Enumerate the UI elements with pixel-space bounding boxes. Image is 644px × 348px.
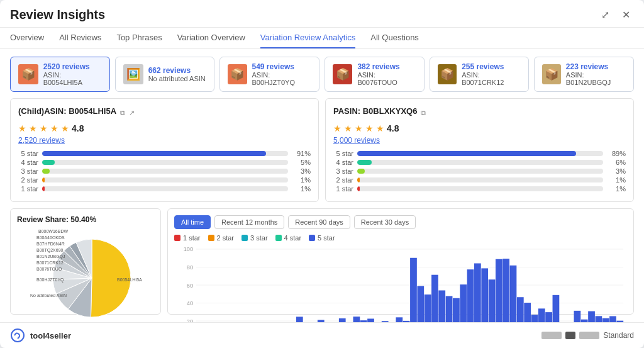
bar-segment (496, 259, 502, 322)
tab-all-reviews[interactable]: All Reviews (59, 28, 101, 48)
legend-1star-dot (174, 235, 180, 241)
asin-card-6-reviews: 223 reviews (566, 62, 626, 71)
bar-row-1star: 1 star 1% (333, 185, 626, 193)
chart-panel: All time Recent 12 months Recent 90 days… (167, 208, 634, 315)
r-star2: ★ (344, 123, 352, 133)
bar-label: 5 star (18, 150, 38, 157)
bar-segment (545, 312, 552, 322)
asin-card-4-reviews: 382 reviews (357, 62, 416, 71)
bar-row-5star: 5 star 91% (18, 150, 311, 157)
asin-card-1-asin: ASIN: B0054LHI5A (43, 71, 102, 86)
bar-label: 1 star (18, 185, 38, 193)
tab-variation-overview[interactable]: Variation Overview (177, 28, 245, 48)
bar-fill (357, 160, 372, 165)
bar-bg (357, 160, 603, 165)
bar-segment (296, 317, 303, 322)
footer-block-3 (579, 332, 599, 339)
bar-pct: 6% (607, 159, 626, 166)
asin-card-2[interactable]: 🖼️ 662 reviews No attributed ASIN (115, 57, 215, 92)
bar-fill (357, 177, 360, 182)
right-review-link[interactable]: 5,000 reviews (333, 136, 626, 145)
asin-card-4-info: 382 reviews ASIN: B0076TOUO (357, 62, 416, 86)
asin-card-6-asin: ASIN: B01N2UBGQJ (566, 71, 626, 86)
expand-icon: ⤢ (601, 9, 609, 20)
asin-card-4[interactable]: 📦 382 reviews ASIN: B0076TOUO (325, 57, 425, 92)
bar-bg (357, 177, 603, 182)
titlebar: Review Insights ⤢ ✕ (0, 0, 644, 28)
asin-card-1-img: 📦 (18, 64, 38, 84)
asin-card-6[interactable]: 📦 223 reviews ASIN: B01N2UBGQJ (534, 57, 634, 92)
svg-text:80: 80 (187, 264, 193, 271)
pie-label: B000W16BDW (38, 229, 68, 233)
ext-icon-left[interactable]: ↗ (129, 109, 135, 117)
bar-segment (538, 308, 545, 322)
bar-segment (609, 316, 616, 322)
bar-label: 2 star (18, 176, 38, 184)
r-star5: ★ (376, 123, 384, 133)
bar-pct: 3% (292, 167, 311, 175)
bar-segment (502, 259, 509, 322)
copy-icon-left[interactable]: ⧉ (120, 109, 125, 117)
copy-icon-right[interactable]: ⧉ (421, 109, 426, 117)
chart-legend: 1 star 2 star 3 star 4 star (174, 234, 627, 242)
legend-1star-label: 1 star (183, 234, 201, 242)
window-title: Review Insights (10, 8, 105, 22)
asin-card-6-img: 📦 (542, 64, 560, 84)
main-content: 📦 2520 reviews ASIN: B0054LHI5A 🖼️ 662 r… (0, 49, 644, 322)
legend-1star: 1 star (174, 234, 201, 242)
tab-top-phrases[interactable]: Top Phrases (116, 28, 162, 48)
asin-card-1[interactable]: 📦 2520 reviews ASIN: B0054LHI5A (10, 57, 110, 92)
tab-variation-review-analytics[interactable]: Variation Review Analytics (260, 28, 356, 48)
bar-segment (588, 312, 595, 322)
bar-segment (367, 318, 374, 322)
bar-row-3star: 3 star 3% (333, 167, 626, 175)
close-button[interactable]: ✕ (618, 8, 634, 22)
bar-segment (360, 320, 367, 322)
pie-label: B00TQ2X690 (36, 248, 64, 253)
bar-segment (531, 315, 538, 322)
pie-label: B0071CRK12 (36, 261, 64, 265)
asin-card-1-info: 2520 reviews ASIN: B0054LHI5A (43, 62, 102, 86)
chart-controls: All time Recent 12 months Recent 90 days… (174, 215, 627, 229)
pie-label: B00HJZT0YQ (36, 278, 64, 283)
bar-label: 2 star (333, 176, 353, 184)
bar-bg (42, 169, 288, 174)
bar-segment (438, 290, 445, 322)
bar-pct: 1% (607, 185, 626, 193)
left-review-link[interactable]: 2,520 reviews (18, 136, 311, 145)
btn-all-time[interactable]: All time (174, 215, 211, 229)
btn-recent-90[interactable]: Recent 90 days (288, 215, 350, 229)
asin-card-5[interactable]: 📦 255 reviews ASIN: B0071CRK12 (430, 57, 530, 92)
bar-pct: 1% (292, 185, 311, 193)
bar-segment (553, 295, 560, 322)
right-rating-panel: PASIN: B0BLXKYXQ6 ⧉ ★ ★ ★ ★ ★ 4.8 5,000 … (325, 98, 634, 202)
bar-fill (42, 177, 45, 182)
legend-4star: 4 star (275, 234, 302, 242)
left-rating: 4.8 (72, 123, 84, 133)
tab-overview[interactable]: Overview (10, 28, 44, 48)
asin-card-3[interactable]: 📦 549 reviews ASIN: B00HJZT0YQ (219, 57, 319, 92)
bar-row-1star: 1 star 1% (18, 185, 311, 193)
btn-recent-12[interactable]: Recent 12 months (214, 215, 284, 229)
bar-segment (382, 321, 389, 322)
asin-card-5-reviews: 255 reviews (462, 62, 521, 71)
bar-segment (396, 317, 402, 322)
r-star3: ★ (355, 123, 363, 133)
svg-text:20: 20 (187, 318, 193, 322)
bar-segment (489, 279, 496, 322)
standard-label: Standard (603, 331, 634, 340)
left-bars: 5 star 91% 4 star 5% 3 star 3% 2 star 1% (18, 150, 311, 193)
expand-button[interactable]: ⤢ (597, 8, 613, 22)
bar-row-2star: 2 star 1% (18, 176, 311, 184)
bar-segment (467, 269, 474, 322)
bar-bg (42, 186, 288, 191)
bar-segment (602, 318, 609, 322)
svg-point-23 (11, 329, 24, 342)
bar-bg (42, 151, 288, 156)
titlebar-actions: ⤢ ✕ (597, 8, 634, 22)
legend-5star-dot (309, 235, 315, 241)
bar-segment (353, 317, 360, 322)
footer-block-2 (565, 332, 575, 339)
tab-all-questions[interactable]: All Questions (370, 28, 419, 48)
btn-recent-30[interactable]: Recent 30 days (354, 215, 416, 229)
